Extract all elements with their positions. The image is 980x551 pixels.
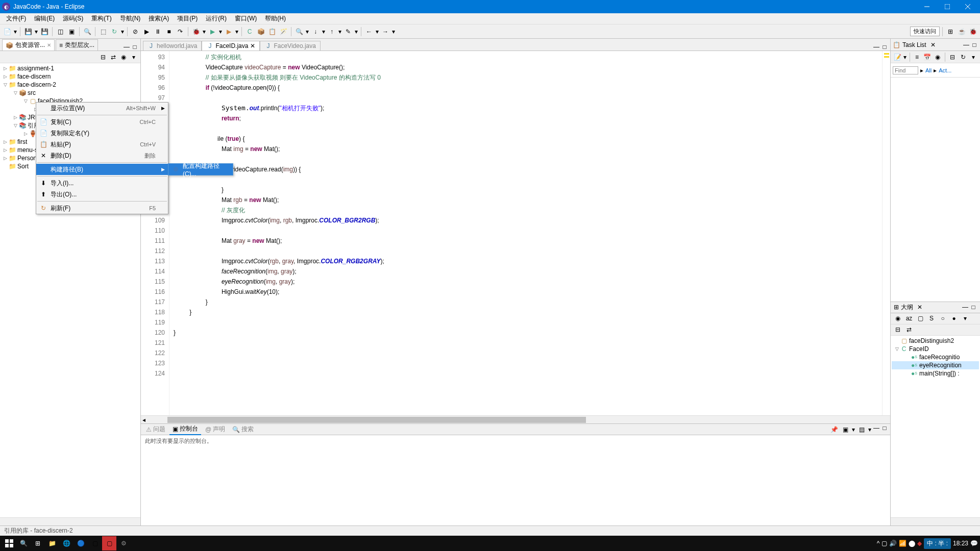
editor-tab-facevideo[interactable]: J FaceVideo.java [260,41,321,51]
start-button[interactable] [2,536,16,550]
hide-static-button[interactable]: S [926,313,937,323]
expand-toggle[interactable]: ▷ [22,131,29,136]
collapse-all-button[interactable]: ⊟ [893,324,903,335]
terminate-button[interactable]: ■ [164,27,174,37]
maximize-outline-button[interactable]: □ [970,304,977,311]
problems-tab[interactable]: ⚠问题 [143,424,168,435]
context-import[interactable]: ⬇ 导入(I)... [36,178,168,189]
app-button[interactable]: ▢ [102,536,116,550]
tray-icon[interactable]: ◆ [917,540,922,547]
maximize-editor-button[interactable]: □ [881,43,888,51]
open-task-button[interactable]: 📋 [267,27,277,37]
wand-button[interactable]: 🪄 [278,27,288,37]
hide-fields-button[interactable]: ▢ [915,313,925,323]
app-button[interactable]: 🔵 [74,536,88,550]
collapse-toggle[interactable]: ▽ [2,82,8,87]
sync-button[interactable]: ↻ [109,27,119,37]
focus-task-button[interactable]: ◉ [119,53,128,62]
ime-indicator[interactable]: 中 : 半 : [924,538,951,549]
outline-method[interactable]: ●Smain(String[]) : [892,369,979,378]
scrollbar-thumb[interactable] [167,417,586,423]
schedule-button[interactable]: 📅 [923,52,932,62]
expand-toggle[interactable]: ▷ [12,115,18,120]
expand-toggle[interactable]: ▷ [2,147,8,153]
find-input[interactable] [893,66,918,74]
console-tab[interactable]: ▣控制台 [169,423,201,435]
minimize-view-button[interactable]: — [123,43,130,51]
coverage-button[interactable]: ▶ [224,27,234,37]
outline-package[interactable]: ▢faceDistinguish2 [892,337,979,345]
build-button[interactable]: ⬚ [98,27,108,37]
new-task-button[interactable]: 📝 [893,52,902,62]
link-editor-button[interactable]: ⇄ [904,324,914,335]
declaration-tab[interactable]: @声明 [202,424,228,435]
notification-button[interactable]: 💬 [970,540,978,547]
collapse-toggle[interactable]: ▽ [22,98,29,104]
categorize-button[interactable]: ≡ [912,52,921,62]
menu-search[interactable]: 搜索(A) [144,13,173,24]
search-dropdown[interactable]: ▾ [305,28,309,35]
collapse-toggle[interactable]: ▽ [894,346,900,352]
toggle-button[interactable]: ◫ [55,27,65,37]
hide-local-button[interactable]: ● [949,313,959,323]
perspective-resource-button[interactable]: ⊞ [945,27,955,37]
save-dropdown[interactable]: ▾ [34,28,38,35]
expand-toggle[interactable]: ▷ [2,66,8,71]
editor-horizontal-scrollbar[interactable]: ◂ [141,415,890,423]
minimize-button[interactable] [917,1,937,13]
maximize-button[interactable] [937,1,958,13]
collapse-button[interactable]: ⊟ [948,52,957,62]
run-button[interactable]: ▶ [207,27,217,37]
perspective-java-button[interactable]: ☕ [957,27,967,37]
outline-class[interactable]: ▽CFaceID [892,345,979,353]
expand-toggle[interactable]: ▷ [2,156,8,161]
skip-breakpoints-button[interactable]: ⊘ [130,27,140,37]
synchronize-button[interactable]: ↻ [958,52,967,62]
code-content[interactable]: // 实例化相机 VideoCapture videoCapture = new… [169,51,882,415]
display-console-button[interactable]: ▣ [840,424,850,435]
app-button[interactable]: ▢ [88,536,102,550]
clock[interactable]: 18:23 [953,540,968,547]
menu-file[interactable]: 文件(F) [2,13,30,24]
editor-tab-faceid[interactable]: J FaceID.java ✕ [202,41,260,51]
step-button[interactable]: ↷ [175,27,185,37]
minimize-tasklist-button[interactable]: — [963,41,970,48]
new-class-button[interactable]: C [244,27,255,37]
sync-dropdown[interactable]: ▾ [120,28,125,35]
debug-button[interactable]: 🐞 [191,27,201,37]
maximize-view-button[interactable]: □ [131,43,138,51]
tray-icon[interactable]: ▢ [881,540,887,547]
forward-button[interactable]: → [380,27,390,37]
coverage-dropdown[interactable]: ▾ [235,28,239,35]
tree-src-folder[interactable]: ▽📦src [0,89,140,97]
view-menu-button[interactable]: ▾ [960,313,970,323]
view-menu-button[interactable]: ▾ [969,52,978,62]
type-hierarchy-tab[interactable]: ≡ 类型层次... [56,39,98,51]
maximize-tasklist-button[interactable]: □ [971,41,978,48]
collapse-all-button[interactable]: ⊟ [99,53,108,62]
context-show-in[interactable]: 显示位置(W) Alt+Shift+W ▶ [36,103,168,114]
tray-icon[interactable]: ⬤ [909,540,915,547]
perspective-debug-button[interactable]: 🐞 [968,27,978,37]
all-link[interactable]: All [925,67,932,73]
menu-refactor[interactable]: 重构(T) [87,13,115,24]
menu-project[interactable]: 项目(P) [173,13,202,24]
new-task-dropdown[interactable]: ▾ [903,54,906,61]
context-copy[interactable]: 📄 复制(C) Ctrl+C [36,116,168,128]
menu-window[interactable]: 窗口(W) [231,13,261,24]
activate-link[interactable]: Act... [939,67,951,73]
mark-button[interactable]: ✎ [343,27,353,37]
debug-dropdown[interactable]: ▾ [202,28,206,35]
menu-source[interactable]: 源码(S) [59,13,87,24]
close-icon[interactable]: ✕ [930,41,936,48]
forward-dropdown[interactable]: ▾ [391,28,396,35]
warning-marker[interactable] [884,53,889,55]
hide-non-public-button[interactable]: ○ [938,313,948,323]
prev-dropdown[interactable]: ▾ [338,28,342,35]
context-configure-build-path[interactable]: ⚙ 配置构建路径(C)... [168,164,233,175]
menu-navigate[interactable]: 导航(N) [116,13,145,24]
quick-access-field[interactable]: 快速访问 [910,27,940,36]
back-button[interactable]: ← [364,27,374,37]
menu-edit[interactable]: 编辑(E) [30,13,59,24]
mark-dropdown[interactable]: ▾ [354,28,358,35]
